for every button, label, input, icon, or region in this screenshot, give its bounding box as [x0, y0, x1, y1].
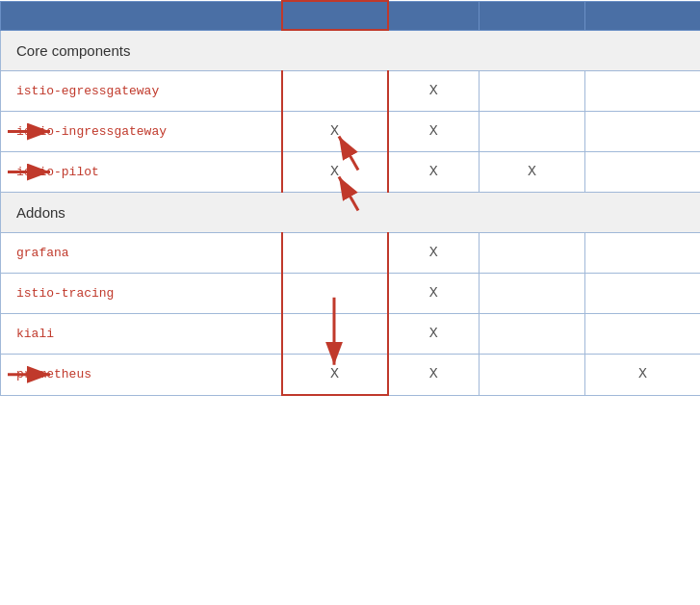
- x-mark: X: [429, 123, 438, 140]
- cell-remote: [585, 152, 701, 193]
- cell-default: [282, 274, 388, 314]
- x-mark: X: [429, 245, 438, 261]
- cell-minimal: [480, 314, 585, 355]
- cell-demo: X: [388, 274, 480, 314]
- x-mark: X: [528, 164, 536, 180]
- section-header-row: Core components: [1, 30, 701, 71]
- section-header-row: Addons: [1, 193, 701, 233]
- cell-minimal: [480, 71, 585, 112]
- x-mark: X: [638, 366, 647, 382]
- header-minimal: [480, 1, 585, 30]
- section-label: Addons: [1, 193, 701, 233]
- header-demo: [388, 1, 480, 30]
- cell-minimal: [480, 112, 585, 152]
- cell-remote: [585, 274, 701, 314]
- table-wrapper: Core componentsistio-egressgatewayXistio…: [0, 0, 700, 396]
- component-name: grafana: [1, 233, 282, 274]
- x-mark: X: [330, 164, 339, 180]
- cell-remote: [585, 71, 701, 112]
- component-name: kiali: [1, 314, 282, 355]
- cell-remote: X: [585, 355, 701, 396]
- cell-demo: X: [388, 71, 480, 112]
- cell-minimal: X: [480, 152, 585, 193]
- table-row: istio-egressgatewayX: [1, 71, 701, 112]
- table-row: prometheusXXX: [1, 355, 701, 396]
- cell-minimal: [480, 233, 585, 274]
- cell-default: [282, 71, 388, 112]
- cell-default: [282, 314, 388, 355]
- cell-demo: X: [388, 314, 480, 355]
- cell-default: X: [282, 152, 388, 193]
- component-name: istio-ingressgateway: [1, 112, 282, 152]
- x-mark: X: [429, 366, 438, 382]
- header-name: [1, 1, 282, 30]
- component-name: istio-pilot: [1, 152, 282, 193]
- header-remote: [585, 1, 701, 30]
- x-mark: X: [429, 164, 438, 180]
- cell-demo: X: [388, 233, 480, 274]
- table-row: istio-ingressgatewayXX: [1, 112, 701, 152]
- table-row: kialiX: [1, 314, 701, 355]
- cell-minimal: [480, 355, 585, 396]
- x-mark: X: [429, 285, 438, 302]
- cell-remote: [585, 233, 701, 274]
- cell-default: X: [282, 112, 388, 152]
- table-row: istio-pilotXXX: [1, 152, 701, 193]
- x-mark: X: [429, 83, 438, 99]
- x-mark: X: [330, 123, 339, 140]
- x-mark: X: [330, 366, 339, 382]
- header-default: [282, 1, 388, 30]
- cell-demo: X: [388, 355, 480, 396]
- section-label: Core components: [1, 30, 701, 71]
- table-row: grafanaX: [1, 233, 701, 274]
- table-header-row: [1, 1, 701, 30]
- cell-remote: [585, 112, 701, 152]
- cell-remote: [585, 314, 701, 355]
- table-row: istio-tracingX: [1, 274, 701, 314]
- cell-minimal: [480, 274, 585, 314]
- cell-default: [282, 233, 388, 274]
- cell-demo: X: [388, 112, 480, 152]
- cell-default: X: [282, 355, 388, 396]
- component-name: istio-tracing: [1, 274, 282, 314]
- cell-demo: X: [388, 152, 480, 193]
- component-name: istio-egressgateway: [1, 71, 282, 112]
- comparison-table: Core componentsistio-egressgatewayXistio…: [0, 0, 700, 396]
- component-name: prometheus: [1, 355, 282, 396]
- x-mark: X: [429, 326, 438, 342]
